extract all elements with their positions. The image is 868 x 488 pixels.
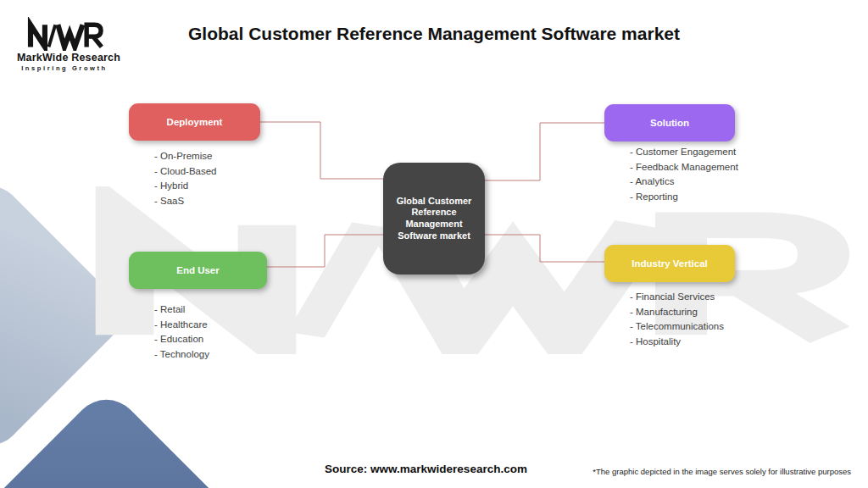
- list-item: - Reporting: [630, 190, 738, 205]
- branch-box-industry-vertical: Industry Vertical: [604, 245, 735, 282]
- list-item: - Technology: [154, 347, 209, 363]
- central-node-line: Management: [405, 219, 462, 230]
- list-item: - Hospitality: [630, 335, 724, 350]
- central-node-line: Reference: [411, 207, 456, 219]
- branch-list-industry-vertical: - Financial Services - Manufacturing - T…: [630, 290, 724, 349]
- logo-tagline: Inspiring Growth: [17, 64, 112, 72]
- branch-label-industry-vertical: Industry Vertical: [632, 258, 707, 269]
- page-title: Global Customer Reference Management Sof…: [0, 24, 868, 44]
- central-node-line: Global Customer: [397, 196, 472, 208]
- list-item: - Healthcare: [154, 318, 209, 333]
- branch-label-solution: Solution: [650, 118, 689, 128]
- central-market-node: Global Customer Reference Management Sof…: [383, 163, 485, 274]
- list-item: - SaaS: [154, 194, 217, 209]
- list-item: - Financial Services: [630, 290, 724, 305]
- branch-list-end-user: - Retail - Healthcare - Education - Tech…: [154, 302, 209, 362]
- list-item: - Feedback Management: [630, 160, 738, 175]
- branch-box-end-user: End User: [129, 252, 267, 289]
- branch-box-solution: Solution: [604, 104, 735, 141]
- branch-list-deployment: - On-Premise - Cloud-Based - Hybrid - Sa…: [154, 149, 217, 208]
- infographic-canvas: MarkWide Research Inspiring Growth Globa…: [0, 0, 868, 488]
- list-item: - Analytics: [630, 175, 738, 190]
- branch-label-deployment: Deployment: [167, 117, 223, 127]
- list-item: - Customer Engagement: [630, 145, 738, 160]
- connector-deployment: [260, 122, 383, 179]
- list-item: - Hybrid: [154, 179, 217, 194]
- connector-solution: [485, 123, 604, 180]
- list-item: - Retail: [154, 302, 209, 318]
- branch-box-deployment: Deployment: [129, 103, 260, 141]
- list-item: - On-Premise: [154, 149, 217, 164]
- disclaimer-text: *The graphic depicted in the image serve…: [593, 467, 851, 476]
- list-item: - Cloud-Based: [154, 164, 217, 180]
- list-item: - Education: [154, 332, 209, 347]
- branch-label-end-user: End User: [176, 265, 220, 275]
- branch-list-solution: - Customer Engagement - Feedback Managem…: [630, 145, 738, 204]
- list-item: - Manufacturing: [630, 305, 724, 320]
- central-node-line: Software market: [398, 230, 470, 242]
- logo-company-name: MarkWide Research: [17, 52, 112, 64]
- list-item: - Telecommunications: [630, 319, 724, 335]
